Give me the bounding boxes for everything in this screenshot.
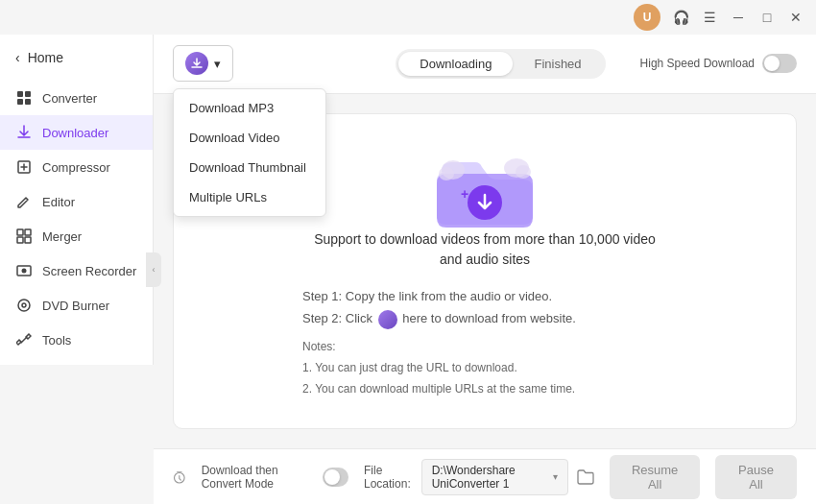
sidebar-item-editor[interactable]: Editor bbox=[0, 184, 153, 219]
convert-mode-toggle[interactable] bbox=[323, 468, 348, 487]
sidebar-item-screen-recorder[interactable]: Screen Recorder bbox=[0, 253, 153, 288]
svg-rect-3 bbox=[25, 99, 31, 105]
sidebar-container: ‹ Home Converter Downloader Compress bbox=[0, 35, 154, 504]
tools-icon bbox=[15, 331, 33, 348]
file-path-text: D:\Wondershare UniConverter 1 bbox=[432, 464, 548, 491]
home-label: Home bbox=[28, 50, 63, 65]
compressor-icon bbox=[15, 158, 33, 176]
dropdown-item-multiple[interactable]: Multiple URLs bbox=[174, 182, 325, 212]
svg-point-12 bbox=[22, 303, 26, 307]
menu-button[interactable]: ☰ bbox=[697, 5, 722, 30]
sidebar-item-home[interactable]: ‹ Home bbox=[0, 42, 153, 73]
minimize-button[interactable]: ─ bbox=[726, 5, 751, 30]
steps-section: Step 1: Copy the link from the audio or … bbox=[302, 285, 667, 330]
top-bar: ▾ Download MP3 Download Video Download T… bbox=[154, 35, 816, 94]
editor-icon bbox=[15, 193, 33, 210]
sidebar-item-merger[interactable]: Merger bbox=[0, 219, 153, 253]
high-speed-section: High Speed Download bbox=[640, 54, 797, 73]
file-location-section: File Location: D:\Wondershare UniConvert… bbox=[364, 459, 594, 495]
step2-prefix: Step 2: Click bbox=[302, 311, 372, 325]
screen-recorder-label: Screen Recorder bbox=[42, 264, 136, 278]
step2-icon bbox=[378, 310, 397, 329]
timer-icon bbox=[173, 468, 186, 486]
tab-downloading[interactable]: Downloading bbox=[398, 52, 513, 76]
sidebar: ‹ Home Converter Downloader Compress bbox=[0, 35, 154, 365]
dvd-burner-label: DVD Burner bbox=[42, 299, 109, 313]
main-content: ▾ Download MP3 Download Video Download T… bbox=[154, 35, 816, 504]
sidebar-item-downloader[interactable]: Downloader bbox=[0, 115, 153, 150]
app-body: ‹ Home Converter Downloader Compress bbox=[0, 35, 816, 504]
convert-mode-section: Download then Convert Mode bbox=[202, 464, 348, 491]
dropdown-item-thumbnail[interactable]: Download Thumbnail bbox=[174, 153, 325, 182]
back-arrow-icon: ‹ bbox=[15, 50, 20, 65]
open-folder-button[interactable] bbox=[576, 465, 594, 490]
sidebar-item-dvd-burner[interactable]: DVD Burner bbox=[0, 288, 153, 323]
step1-text: Step 1: Copy the link from the audio or … bbox=[302, 285, 667, 307]
title-bar: U 🎧 ☰ ─ □ ✕ bbox=[0, 0, 816, 35]
svg-rect-7 bbox=[17, 237, 23, 243]
dropdown-item-mp3[interactable]: Download MP3 bbox=[174, 93, 325, 123]
dropdown-item-video[interactable]: Download Video bbox=[174, 123, 325, 153]
svg-rect-0 bbox=[17, 91, 23, 97]
merger-icon bbox=[15, 228, 33, 245]
file-location-label: File Location: bbox=[364, 464, 414, 491]
downloader-label: Downloader bbox=[42, 126, 108, 140]
svg-rect-2 bbox=[17, 99, 23, 105]
download-dropdown-button[interactable]: ▾ bbox=[173, 45, 233, 82]
dropdown-arrow-icon: ▾ bbox=[214, 57, 221, 71]
notes-title: Notes: bbox=[302, 337, 667, 358]
notes-section: Notes: 1. You can just drag the URL to d… bbox=[302, 337, 667, 399]
tab-finished[interactable]: Finished bbox=[513, 52, 602, 76]
sidebar-item-tools[interactable]: Tools bbox=[0, 323, 153, 357]
high-speed-toggle[interactable] bbox=[762, 54, 797, 73]
svg-point-16 bbox=[516, 165, 531, 179]
headset-button[interactable]: 🎧 bbox=[668, 5, 693, 30]
svg-rect-8 bbox=[25, 237, 31, 243]
file-path-display: D:\Wondershare UniConverter 1 ▾ bbox=[421, 459, 569, 495]
dvd-burner-icon bbox=[15, 297, 33, 314]
support-text: Support to download videos from more tha… bbox=[302, 229, 667, 270]
svg-point-10 bbox=[22, 269, 27, 274]
merger-label: Merger bbox=[42, 229, 82, 244]
resume-all-button[interactable]: Resume All bbox=[610, 455, 700, 499]
screen-recorder-icon bbox=[15, 262, 33, 279]
note1-text: 1. You can just drag the URL to download… bbox=[302, 358, 667, 379]
download-icon bbox=[185, 52, 208, 75]
close-button[interactable]: ✕ bbox=[783, 5, 808, 30]
svg-rect-5 bbox=[17, 229, 23, 235]
user-avatar: U bbox=[634, 4, 660, 31]
sidebar-item-converter[interactable]: Converter bbox=[0, 81, 153, 115]
converter-icon bbox=[15, 89, 33, 107]
svg-text:+: + bbox=[461, 186, 468, 202]
download-dropdown-menu: Download MP3 Download Video Download Thu… bbox=[173, 88, 326, 217]
sidebar-collapse-handle[interactable]: ‹ bbox=[146, 252, 161, 287]
step2-suffix: here to download from website. bbox=[402, 311, 576, 325]
compressor-label: Compressor bbox=[42, 160, 110, 175]
editor-label: Editor bbox=[42, 195, 75, 209]
converter-label: Converter bbox=[42, 91, 97, 106]
svg-point-11 bbox=[18, 300, 30, 311]
sidebar-item-compressor[interactable]: Compressor bbox=[0, 150, 153, 184]
tab-group: Downloading Finished bbox=[396, 49, 605, 79]
path-dropdown-icon: ▾ bbox=[553, 471, 558, 482]
step2-text: Step 2: Click here to download from webs… bbox=[302, 307, 667, 329]
maximize-button[interactable]: □ bbox=[755, 5, 780, 30]
high-speed-label: High Speed Download bbox=[640, 57, 755, 70]
tools-label: Tools bbox=[42, 333, 71, 348]
svg-rect-6 bbox=[25, 229, 31, 235]
downloader-icon bbox=[15, 124, 33, 141]
bottom-bar: Download then Convert Mode File Location… bbox=[154, 448, 816, 504]
convert-mode-label: Download then Convert Mode bbox=[202, 464, 316, 491]
pause-all-button[interactable]: Pause All bbox=[715, 455, 797, 499]
download-illustration: + bbox=[432, 143, 538, 229]
svg-rect-1 bbox=[25, 91, 31, 97]
note2-text: 2. You can download multiple URLs at the… bbox=[302, 379, 667, 400]
svg-point-14 bbox=[439, 167, 454, 180]
